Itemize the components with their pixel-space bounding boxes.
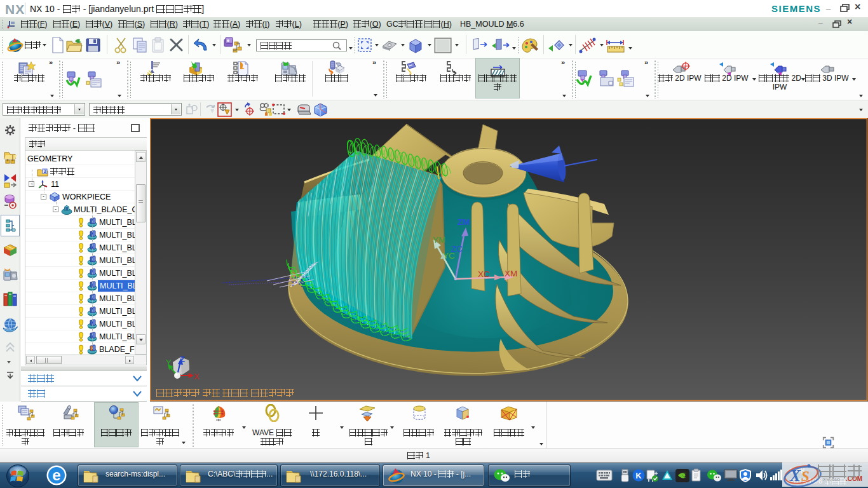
svg-text:YM: YM (433, 235, 445, 245)
svg-text:3: 3 (44, 169, 46, 173)
svg-text:XM: XM (505, 269, 517, 278)
svg-text:ZM: ZM (458, 217, 470, 227)
svg-text:S: S (801, 468, 810, 484)
svg-text:X: X (789, 467, 801, 484)
svg-text:K: K (635, 471, 642, 480)
svg-text:YC: YC (443, 251, 455, 261)
svg-text:Z: Z (180, 355, 185, 364)
svg-text:XC: XC (478, 269, 490, 279)
svg-text:e: e (52, 466, 60, 484)
svg-text:X: X (194, 372, 200, 381)
svg-text:Y: Y (166, 358, 172, 367)
